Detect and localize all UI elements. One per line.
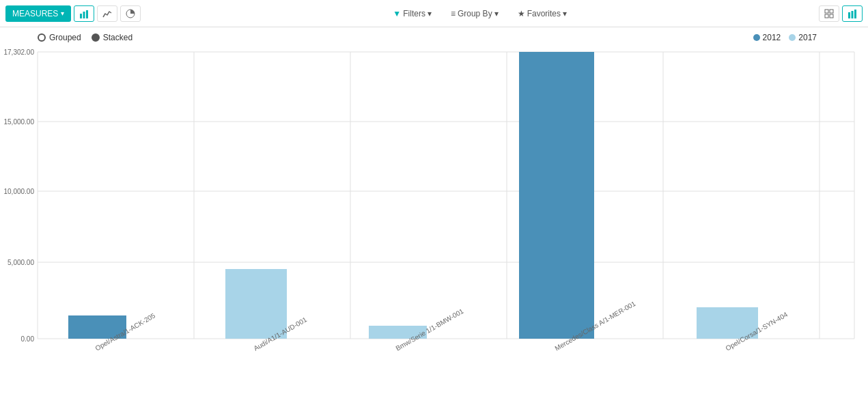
chart-view-button[interactable] <box>842 5 863 22</box>
bar-chart-icon <box>79 9 89 18</box>
grouped-radio[interactable] <box>38 33 46 42</box>
bar-chart-button[interactable] <box>74 5 94 22</box>
toolbar-center: ▼ Filters ▾ ≡ Group By ▾ ★ Favorites ▾ <box>143 6 816 21</box>
toolbar: MEASURES ▾ ▼ Filters ▾ ≡ Group By ▾ ★ Fa… <box>0 0 868 27</box>
svg-rect-1 <box>83 12 85 18</box>
chart-container: Grouped Stacked 2012 2017 <box>0 27 868 394</box>
bar-audi-a1-2017[interactable] <box>225 269 287 339</box>
stacked-option[interactable]: Stacked <box>92 33 132 42</box>
filters-arrow: ▾ <box>428 9 432 18</box>
legend-2012: 2012 <box>753 33 781 42</box>
svg-rect-7 <box>830 14 833 18</box>
svg-rect-6 <box>825 14 828 18</box>
chart-area: 17,302.00 15,000.00 10,000.00 5,000.00 0… <box>0 45 868 380</box>
favorites-button[interactable]: ★ Favorites ▾ <box>514 6 571 21</box>
group-by-icon: ≡ <box>451 9 456 18</box>
chart-svg: 17,302.00 15,000.00 10,000.00 5,000.00 0… <box>0 45 868 380</box>
svg-rect-4 <box>825 10 828 13</box>
svg-text:0.00: 0.00 <box>21 335 35 343</box>
legend-dot-2017 <box>789 34 796 41</box>
pie-chart-button[interactable] <box>120 5 141 22</box>
measures-dropdown-arrow: ▾ <box>61 10 64 17</box>
filters-button[interactable]: ▼ Filters ▾ <box>389 6 436 21</box>
filter-icon: ▼ <box>393 9 401 18</box>
svg-text:10,000.00: 10,000.00 <box>4 188 35 195</box>
legend-2017: 2017 <box>789 33 817 42</box>
pie-chart-icon <box>126 9 135 18</box>
svg-rect-9 <box>852 11 854 18</box>
filters-label: Filters <box>403 9 425 18</box>
svg-rect-10 <box>854 10 856 18</box>
svg-text:15,000.00: 15,000.00 <box>4 118 35 126</box>
group-by-label: Group By <box>458 9 492 18</box>
chart-legend: 2012 2017 <box>753 33 830 42</box>
grid-view-icon <box>824 9 834 18</box>
svg-text:5,000.00: 5,000.00 <box>8 259 34 266</box>
line-chart-button[interactable] <box>97 5 117 22</box>
svg-rect-8 <box>848 12 850 18</box>
measures-button[interactable]: MEASURES ▾ <box>5 5 71 22</box>
line-chart-icon <box>102 9 112 18</box>
measures-label: MEASURES <box>12 9 58 18</box>
toolbar-right <box>819 5 863 22</box>
grid-view-button[interactable] <box>819 5 839 22</box>
favorites-arrow: ▾ <box>563 9 567 18</box>
legend-dot-2012 <box>753 34 760 41</box>
grouped-label: Grouped <box>49 33 81 42</box>
svg-rect-0 <box>80 14 82 18</box>
bar-mercedes-2012[interactable] <box>519 52 594 339</box>
legend-label-2012: 2012 <box>763 33 781 42</box>
svg-rect-2 <box>86 10 88 18</box>
svg-rect-5 <box>830 10 833 13</box>
stacked-label: Stacked <box>103 33 132 42</box>
svg-text:17,302.00: 17,302.00 <box>4 48 35 56</box>
legend-label-2017: 2017 <box>798 33 817 42</box>
favorites-label: Favorites <box>527 9 561 18</box>
stacked-radio[interactable] <box>92 33 100 42</box>
group-by-arrow: ▾ <box>494 9 499 18</box>
group-by-button[interactable]: ≡ Group By ▾ <box>447 6 503 21</box>
favorites-icon: ★ <box>518 9 525 18</box>
grouped-option[interactable]: Grouped <box>38 33 81 42</box>
chart-view-icon <box>848 9 857 18</box>
chart-options-row: Grouped Stacked 2012 2017 <box>0 27 868 45</box>
